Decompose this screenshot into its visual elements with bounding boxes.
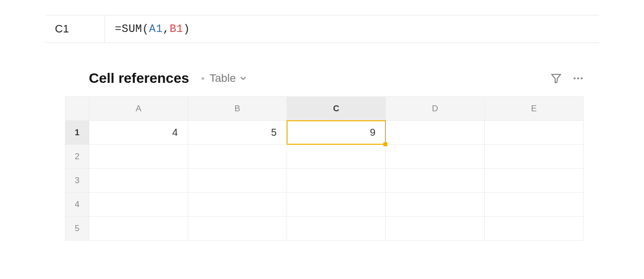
cell-c3[interactable]	[287, 169, 386, 193]
row-header-4[interactable]: 4	[65, 193, 89, 217]
svg-marker-0	[552, 74, 561, 83]
table-area: Cell references • Table A B C D E	[65, 70, 584, 241]
formula-sep: ,	[163, 23, 170, 35]
cell-a4[interactable]	[89, 193, 188, 217]
cell-a3[interactable]	[89, 169, 188, 193]
column-header-d[interactable]: D	[386, 97, 485, 121]
cell-c4[interactable]	[287, 193, 386, 217]
table-title[interactable]: Cell references	[89, 70, 189, 86]
fill-handle[interactable]	[383, 142, 387, 146]
chevron-down-icon	[239, 74, 248, 83]
cell-b1[interactable]: 5	[188, 121, 287, 145]
formula-ref-b1: B1	[170, 23, 183, 35]
view-type-selector[interactable]: Table	[210, 72, 248, 85]
cell-c1-value: 9	[370, 127, 375, 138]
cell-a2[interactable]	[89, 145, 188, 169]
column-header-a[interactable]: A	[89, 97, 188, 121]
cell-b5[interactable]	[188, 217, 287, 241]
formula-prefix: =SUM(	[115, 23, 149, 35]
cell-e4[interactable]	[485, 193, 584, 217]
cell-d2[interactable]	[386, 145, 485, 169]
cell-d3[interactable]	[386, 169, 485, 193]
cell-a1[interactable]: 4	[89, 121, 188, 145]
cell-b4[interactable]	[188, 193, 287, 217]
view-type-label: Table	[210, 72, 236, 85]
table-actions	[550, 72, 584, 84]
formula-bar: C1 =SUM(A1,B1)	[45, 15, 599, 43]
cell-a5[interactable]	[89, 217, 188, 241]
svg-point-3	[581, 77, 583, 79]
cell-e3[interactable]	[485, 169, 584, 193]
grid-corner[interactable]	[65, 97, 89, 121]
cell-c2[interactable]	[287, 145, 386, 169]
cell-e1[interactable]	[485, 121, 584, 145]
filter-icon[interactable]	[550, 72, 562, 84]
cell-d5[interactable]	[386, 217, 485, 241]
formula-input[interactable]: =SUM(A1,B1)	[105, 15, 599, 42]
more-options-icon[interactable]	[572, 72, 584, 84]
column-header-e[interactable]: E	[485, 97, 584, 121]
spreadsheet-grid: A B C D E 1 4 5 9 2 3	[65, 96, 584, 241]
table-header-row: Cell references • Table	[89, 70, 584, 86]
row-header-3[interactable]: 3	[65, 169, 89, 193]
cell-e5[interactable]	[485, 217, 584, 241]
separator-dot: •	[201, 73, 205, 84]
row-header-1[interactable]: 1	[65, 121, 89, 145]
row-header-2[interactable]: 2	[65, 145, 89, 169]
formula-ref-a1: A1	[149, 23, 163, 35]
row-header-5[interactable]: 5	[65, 217, 89, 241]
cell-c1[interactable]: 9	[287, 121, 386, 145]
svg-point-1	[574, 77, 576, 79]
column-header-c[interactable]: C	[287, 97, 386, 121]
cell-d1[interactable]	[386, 121, 485, 145]
cell-b2[interactable]	[188, 145, 287, 169]
column-header-b[interactable]: B	[188, 97, 287, 121]
cell-c5[interactable]	[287, 217, 386, 241]
cell-b3[interactable]	[188, 169, 287, 193]
cell-d4[interactable]	[386, 193, 485, 217]
cell-e2[interactable]	[485, 145, 584, 169]
formula-suffix: )	[183, 23, 190, 35]
svg-point-2	[577, 77, 579, 79]
active-cell-reference[interactable]: C1	[45, 15, 105, 42]
